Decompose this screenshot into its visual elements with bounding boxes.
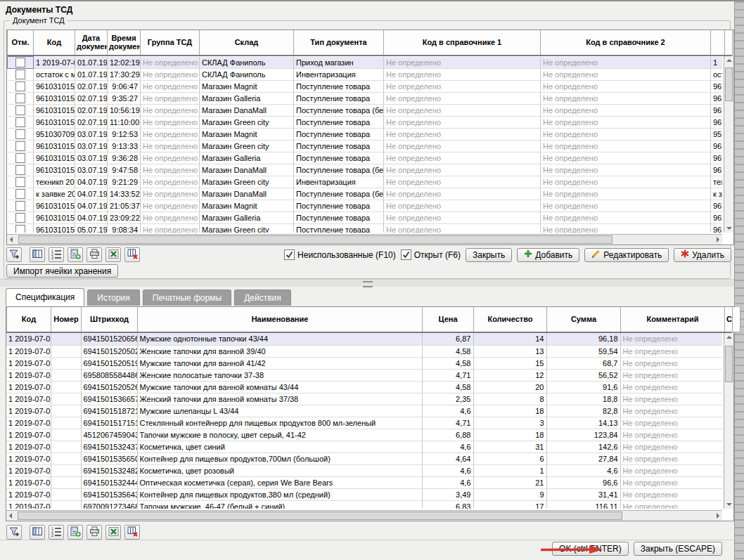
table-row[interactable]: 9610310155902.07.1911:10:00Не определено…: [8, 117, 723, 129]
column-header[interactable]: Код: [34, 30, 75, 55]
column-header[interactable]: Код: [7, 307, 51, 332]
column-header[interactable]: Цена: [423, 307, 474, 332]
checkbox-checked-icon[interactable]: [284, 249, 295, 260]
scroll-down-icon[interactable]: [726, 503, 732, 506]
checkbox-checked-icon[interactable]: [401, 249, 411, 260]
excel-export-button[interactable]: [105, 525, 121, 540]
row-checkbox[interactable]: [15, 58, 25, 67]
table-row[interactable]: к заявке 201904.07.1914:33:52Не определе…: [8, 188, 723, 200]
table-row[interactable]: 1 2019-07-016941501520502Женские тапочки…: [6, 345, 722, 357]
row-checkbox[interactable]: [15, 177, 25, 187]
vertical-scrollbar[interactable]: [724, 56, 733, 233]
column-header[interactable]: Дата докумен: [75, 30, 108, 55]
table-row[interactable]: 1 2019-07-016941501520519Мужские тапочки…: [6, 357, 722, 369]
unused-filter-checkbox[interactable]: Неиспользованные (F10): [284, 249, 396, 260]
table-row[interactable]: 1 2019-07-0101.07.1912:02:19Не определен…: [8, 57, 723, 69]
scrollbar-thumb[interactable]: [725, 346, 733, 382]
checkbox-cell[interactable]: [8, 152, 34, 164]
row-checkbox[interactable]: [15, 225, 25, 233]
checkbox-cell[interactable]: [8, 212, 34, 224]
column-header[interactable]: Сумма: [547, 307, 621, 332]
row-checkbox[interactable]: [15, 70, 25, 79]
table-row[interactable]: 1 2019-07-016941501532437Косметичка, цве…: [6, 441, 722, 452]
column-header[interactable]: [711, 30, 725, 55]
table-row[interactable]: 1 2019-07-016941501520656Мужские однотон…: [6, 333, 722, 345]
tab-actions[interactable]: Действия: [234, 289, 291, 306]
table-row[interactable]: 1 2019-07-016970091273468Тапочки мужские…: [6, 500, 722, 509]
column-header[interactable]: Склад: [200, 30, 294, 55]
table-row[interactable]: 9610310155903.07.199:36:28Не определеноМ…: [8, 152, 723, 164]
row-checkbox[interactable]: [15, 213, 25, 223]
checkbox-cell[interactable]: [8, 164, 34, 176]
scroll-down-icon[interactable]: [726, 227, 732, 230]
vertical-scrollbar[interactable]: [724, 333, 733, 509]
row-checkbox[interactable]: [15, 153, 25, 163]
row-checkbox[interactable]: [15, 165, 25, 175]
table-row[interactable]: 1 2019-07-016958085584486Женские полосат…: [6, 369, 722, 381]
table-row[interactable]: 1 2019-07-014512067459043Тапочки мужские…: [6, 429, 722, 441]
column-header[interactable]: Тип документа: [294, 30, 384, 55]
scroll-up-icon[interactable]: [726, 59, 732, 62]
edit-button[interactable]: Редактировать: [584, 248, 669, 262]
row-checkbox[interactable]: [15, 105, 25, 115]
filter-add-button[interactable]: [6, 247, 22, 262]
row-checkbox[interactable]: [15, 129, 25, 139]
table-row[interactable]: 1 2019-07-016941501535650Контейнер для п…: [6, 452, 722, 464]
row-checkbox[interactable]: [15, 201, 25, 211]
scroll-left-icon[interactable]: [10, 237, 13, 242]
column-header[interactable]: Группа ТСД: [141, 30, 200, 55]
scroll-left-icon[interactable]: [9, 513, 12, 519]
documents-table[interactable]: Отм.КодДата докуменВремя докуменГруппа Т…: [6, 30, 734, 245]
column-header[interactable]: Код в справочнике 2: [541, 30, 711, 55]
checkbox-cell[interactable]: [8, 105, 34, 117]
column-header[interactable]: Наименование: [138, 307, 423, 332]
horizontal-scrollbar[interactable]: [6, 510, 722, 521]
scrollbar-thumb[interactable]: [725, 67, 733, 101]
checkbox-cell[interactable]: [8, 188, 34, 200]
import-storage-cell-button[interactable]: Импорт ячейки хранения: [6, 264, 118, 278]
numbered-list-button[interactable]: 123: [49, 247, 64, 262]
row-checkbox[interactable]: [15, 93, 25, 103]
numbered-list-button[interactable]: 123: [49, 525, 64, 540]
column-delete-button[interactable]: [124, 525, 140, 540]
close-dialog-button[interactable]: Закрыть (ESCAPE): [634, 542, 722, 556]
table-row[interactable]: 1 2019-07-016941501536657Женский тапочки…: [6, 393, 722, 405]
checkbox-cell[interactable]: [8, 129, 34, 141]
table-row[interactable]: 9610310155905.07.199:08:34Не определеноМ…: [8, 224, 723, 233]
row-checkbox[interactable]: [15, 117, 25, 127]
specification-table[interactable]: КодНомерШтрихкодНаименованиеЦенаКоличест…: [6, 306, 734, 521]
checkbox-cell[interactable]: [8, 69, 34, 81]
calculator-add-button[interactable]: [68, 247, 83, 262]
tab-history[interactable]: История: [87, 289, 140, 306]
printer-button[interactable]: [86, 525, 102, 540]
column-header[interactable]: Код в справочнике 1: [384, 30, 541, 55]
table-row[interactable]: 9610310155902.07.199:06:47Не определеноМ…: [8, 81, 723, 93]
row-checkbox[interactable]: [15, 141, 25, 151]
table-row[interactable]: остаток с маг01.07.1917:30:29Не определе…: [8, 69, 723, 81]
table-row[interactable]: техникп 201904.07.199:21:29Не определено…: [8, 176, 723, 188]
delete-button[interactable]: Удалить: [674, 248, 731, 262]
table-row[interactable]: 9610310155902.07.199:35:27Не определеноМ…: [8, 93, 723, 105]
table-row[interactable]: 1 2019-07-016941501535643Контейнер для п…: [6, 488, 722, 500]
row-checkbox[interactable]: [15, 189, 25, 199]
checkbox-cell[interactable]: [8, 57, 34, 69]
table-row[interactable]: 1 2019-07-016941501517151Стеклянный конт…: [6, 417, 722, 429]
filter-add-button[interactable]: [6, 525, 22, 540]
excel-export-button[interactable]: [105, 247, 121, 262]
table-row[interactable]: 9610310155904.07.1921:05:37Не определено…: [8, 200, 723, 212]
column-setup-button[interactable]: [30, 247, 45, 262]
panel-splitter[interactable]: [0, 279, 734, 287]
horizontal-scrollbar[interactable]: [7, 234, 722, 245]
table-row[interactable]: 9610310155904.07.1923:09:22Не определено…: [8, 212, 723, 224]
checkbox-cell[interactable]: [8, 141, 34, 152]
scroll-up-icon[interactable]: [726, 336, 732, 339]
table-row[interactable]: 9610310155903.07.199:13:33Не определеноМ…: [8, 141, 723, 152]
table-row[interactable]: 9510307096703.07.199:12:53Не определеноМ…: [8, 129, 723, 141]
checkbox-cell[interactable]: [8, 176, 34, 188]
tab-print-forms[interactable]: Печатные формы: [143, 289, 231, 306]
column-setup-button[interactable]: [30, 525, 45, 540]
calculator-add-button[interactable]: [68, 525, 83, 540]
table-row[interactable]: 1 2019-07-016941501532482Косметичка, цве…: [6, 464, 722, 476]
printer-button[interactable]: [86, 247, 102, 262]
table-row[interactable]: 9610310155902.07.1910:56:19Не определено…: [8, 105, 723, 117]
